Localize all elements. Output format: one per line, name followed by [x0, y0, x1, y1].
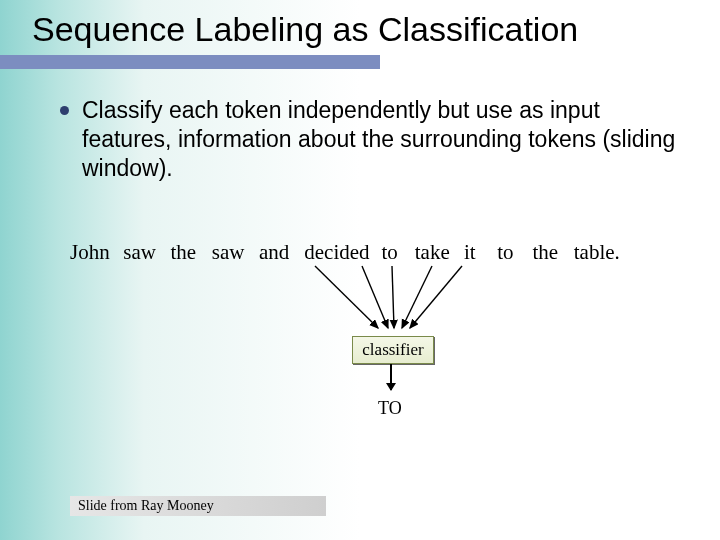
output-tag: TO: [378, 398, 402, 419]
example-sentence: John saw the saw and decided to take it …: [70, 240, 700, 265]
token-3: saw: [212, 240, 254, 265]
token-10: the: [533, 240, 569, 265]
slide: Sequence Labeling as Classification Clas…: [0, 0, 720, 540]
token-1: saw: [123, 240, 165, 265]
svg-line-2: [392, 266, 394, 328]
svg-line-0: [315, 266, 378, 328]
bullet-icon: [60, 106, 69, 115]
classifier-box: classifier: [352, 336, 434, 364]
output-arrow-icon: [390, 364, 392, 390]
svg-line-3: [402, 266, 432, 328]
svg-line-4: [410, 266, 462, 328]
token-6: to: [382, 240, 410, 265]
context-arrows: [0, 262, 720, 342]
title-underline: [0, 55, 380, 69]
token-5: decided: [304, 240, 376, 265]
svg-line-1: [362, 266, 388, 328]
token-8: it: [464, 240, 492, 265]
bullet-text: Classify each token independently but us…: [82, 96, 682, 182]
token-11: table.: [574, 240, 620, 265]
token-9: to: [497, 240, 527, 265]
token-2: the: [171, 240, 207, 265]
token-7: take: [415, 240, 459, 265]
token-0: John: [70, 240, 118, 265]
slide-credit: Slide from Ray Mooney: [70, 496, 326, 516]
bullet-content: Classify each token independently but us…: [82, 97, 675, 181]
slide-title: Sequence Labeling as Classification: [32, 10, 578, 49]
token-4: and: [259, 240, 299, 265]
